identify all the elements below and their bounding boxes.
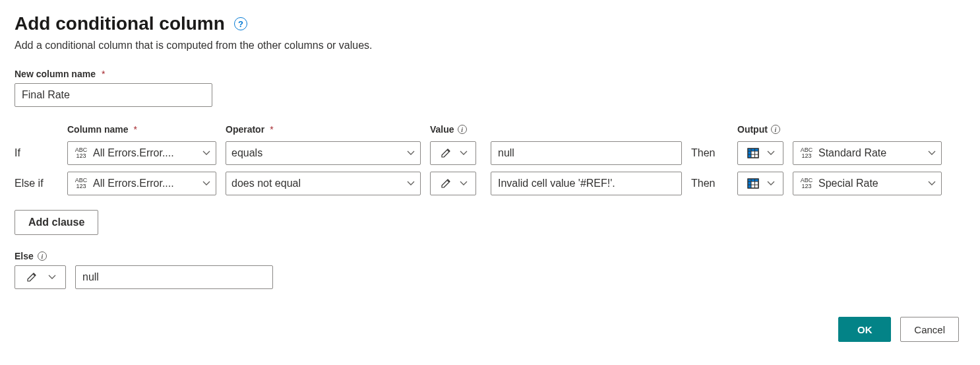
chevron-down-icon (928, 150, 936, 156)
value-type-dropdown[interactable] (430, 141, 476, 165)
chevron-down-icon (460, 150, 468, 156)
chevron-down-icon (202, 181, 210, 186)
else-type-dropdown[interactable] (15, 265, 66, 289)
chevron-down-icon (928, 181, 936, 186)
if-keyword: If (15, 147, 58, 159)
else-value-input[interactable] (75, 265, 273, 289)
output-type-dropdown[interactable] (737, 141, 783, 165)
abc123-type-icon: ABC123 (73, 174, 89, 193)
chevron-down-icon (407, 150, 415, 156)
info-icon[interactable]: i (458, 125, 467, 134)
then-keyword: Then (691, 178, 728, 189)
else-if-keyword: Else if (15, 178, 58, 189)
column-name-dropdown[interactable]: ABC123 All Errors.Error.... (67, 172, 216, 195)
abc123-type-icon: ABC123 (73, 144, 89, 162)
output-column-dropdown[interactable]: ABC123 Standard Rate (793, 141, 942, 165)
pencil-icon (26, 272, 37, 282)
new-column-name-input[interactable] (15, 83, 212, 107)
pencil-icon (441, 178, 451, 189)
chevron-down-icon (767, 181, 775, 186)
chevron-down-icon (48, 275, 56, 280)
value-header: Value i (430, 124, 682, 135)
table-column-icon (747, 178, 759, 189)
ok-button[interactable]: OK (838, 317, 891, 342)
abc123-type-icon: ABC123 (799, 174, 814, 193)
dialog-subtitle: Add a conditional column that is compute… (15, 40, 965, 51)
value-type-dropdown[interactable] (430, 172, 476, 195)
then-keyword: Then (691, 147, 728, 159)
pencil-icon (441, 148, 451, 158)
chevron-down-icon (767, 150, 775, 156)
output-header: Output i (737, 124, 942, 135)
value-input[interactable] (491, 172, 682, 195)
new-column-name-label: New column name* (15, 69, 965, 79)
help-icon[interactable]: ? (234, 17, 247, 30)
chevron-down-icon (460, 181, 468, 186)
else-label: Else i (15, 251, 965, 261)
table-column-icon (747, 148, 759, 158)
cancel-button[interactable]: Cancel (900, 317, 959, 342)
operator-dropdown[interactable]: equals (226, 141, 421, 165)
info-icon[interactable]: i (771, 125, 780, 134)
operator-dropdown[interactable]: does not equal (226, 172, 421, 195)
output-column-dropdown[interactable]: ABC123 Special Rate (793, 172, 942, 195)
dialog-title: Add conditional column (15, 13, 225, 34)
operator-header: Operator* (226, 124, 421, 135)
column-name-header: Column name* (67, 124, 216, 135)
chevron-down-icon (202, 150, 210, 156)
add-clause-button[interactable]: Add clause (15, 210, 98, 235)
chevron-down-icon (407, 181, 415, 186)
column-name-dropdown[interactable]: ABC123 All Errors.Error.... (67, 141, 216, 165)
abc123-type-icon: ABC123 (799, 144, 814, 162)
output-type-dropdown[interactable] (737, 172, 783, 195)
value-input[interactable] (491, 141, 682, 165)
info-icon[interactable]: i (38, 251, 47, 261)
